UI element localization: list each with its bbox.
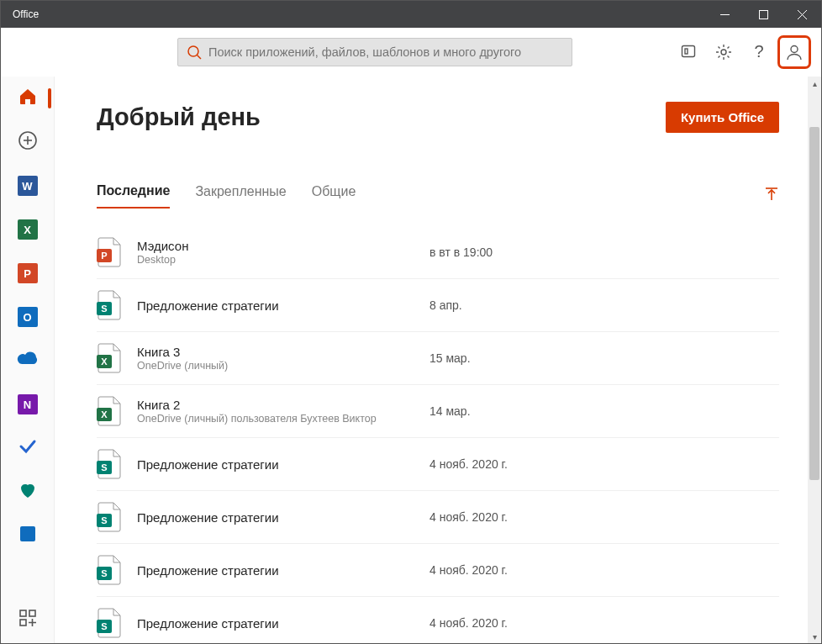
file-row[interactable]: S Предложение стратегии 4 нояб. 2020 г. — [97, 597, 779, 643]
greeting: Добрый день — [97, 103, 261, 131]
excel-file-icon: X — [97, 343, 122, 373]
svg-text:P: P — [101, 251, 107, 261]
sway-file-icon: S — [97, 608, 122, 638]
scrollbar[interactable]: ▴ ▾ — [808, 77, 821, 643]
powerpoint-icon: P — [18, 263, 38, 283]
sidebar-item-family[interactable] — [11, 475, 45, 509]
sidebar-item-excel[interactable]: X — [11, 213, 45, 246]
file-list: P Мэдисон Desktop в вт в 19:00 S Предлож… — [97, 226, 779, 643]
sidebar-item-new[interactable] — [11, 125, 45, 159]
sidebar-item-more[interactable] — [11, 519, 45, 552]
scroll-down-arrow-icon[interactable]: ▾ — [808, 630, 821, 643]
search-input[interactable] — [208, 45, 563, 59]
file-name: Предложение стратегии — [137, 616, 414, 631]
arrow-up-icon — [764, 187, 779, 202]
svg-rect-13 — [20, 526, 35, 541]
svg-rect-7 — [685, 49, 688, 54]
svg-line-5 — [198, 55, 202, 59]
file-date: 4 нояб. 2020 г. — [429, 510, 508, 524]
file-name: Книга 3 — [137, 345, 414, 359]
more-icon — [18, 524, 38, 547]
maximize-icon — [759, 10, 768, 19]
file-row[interactable]: S Предложение стратегии 8 апр. — [97, 279, 779, 332]
tab-pinned[interactable]: Закрепленные — [195, 184, 286, 208]
svg-text:S: S — [101, 462, 107, 472]
file-row[interactable]: S Предложение стратегии 4 нояб. 2020 г. — [97, 491, 779, 544]
family-icon — [18, 480, 38, 504]
settings-button[interactable] — [707, 35, 740, 69]
file-location: Desktop — [137, 254, 414, 266]
file-row[interactable]: P Мэдисон Desktop в вт в 19:00 — [97, 226, 779, 279]
file-name: Мэдисон — [137, 239, 414, 253]
sidebar-item-outlook[interactable]: O — [11, 300, 45, 334]
file-name: Предложение стратегии — [137, 510, 414, 525]
svg-text:S: S — [101, 621, 107, 631]
search-icon — [187, 45, 202, 60]
svg-text:S: S — [101, 304, 107, 314]
minimize-button[interactable] — [705, 1, 744, 28]
sway-file-icon: S — [97, 290, 122, 320]
file-location: OneDrive (личный) — [137, 360, 414, 372]
scroll-up-arrow-icon[interactable]: ▴ — [808, 77, 821, 90]
tab-shared[interactable]: Общие — [312, 184, 356, 208]
tabs: Последние Закрепленные Общие — [97, 183, 779, 209]
window-title: Office — [13, 8, 39, 20]
file-info: Книга 3 OneDrive (личный) — [137, 345, 414, 372]
sidebar-item-todo[interactable] — [11, 431, 45, 465]
svg-text:S: S — [101, 568, 107, 578]
account-button[interactable] — [777, 35, 811, 69]
titlebar: Office — [1, 1, 821, 28]
file-date: 14 мар. — [429, 404, 471, 418]
search-box[interactable] — [177, 38, 572, 66]
person-icon — [785, 43, 804, 61]
excel-icon: X — [18, 219, 38, 240]
file-info: Мэдисон Desktop — [137, 239, 414, 266]
sidebar-item-onedrive[interactable] — [11, 344, 45, 377]
file-row[interactable]: X Книга 2 OneDrive (личный) пользователя… — [97, 385, 779, 438]
sway-file-icon: S — [97, 555, 122, 585]
apps-grid-icon — [18, 609, 37, 627]
body: WXPON Добрый день Купить Office Последни… — [1, 77, 821, 643]
svg-text:X: X — [101, 356, 108, 367]
home-icon — [18, 87, 38, 110]
sidebar-all-apps[interactable] — [11, 601, 45, 635]
tab-recent[interactable]: Последние — [97, 183, 170, 209]
sidebar-item-word[interactable]: W — [11, 169, 45, 203]
outlook-icon: O — [18, 307, 38, 327]
help-button[interactable]: ? — [742, 35, 776, 69]
close-icon — [798, 10, 807, 19]
sidebar-item-home[interactable] — [11, 82, 45, 115]
powerpoint-file-icon: P — [97, 237, 122, 267]
file-name: Книга 2 — [137, 398, 414, 412]
file-location: OneDrive (личный) пользователя Бухтеев В… — [137, 413, 414, 425]
minimize-icon — [720, 10, 730, 19]
svg-rect-16 — [20, 620, 26, 626]
word-icon: W — [18, 176, 38, 196]
file-date: 4 нояб. 2020 г. — [429, 616, 508, 630]
file-row[interactable]: X Книга 3 OneDrive (личный) 15 мар. — [97, 332, 779, 385]
sidebar-item-onenote[interactable]: N — [11, 388, 45, 421]
close-button[interactable] — [782, 1, 821, 28]
excel-file-icon: X — [97, 396, 122, 426]
svg-rect-14 — [20, 610, 26, 616]
svg-text:X: X — [101, 409, 108, 420]
svg-rect-1 — [759, 10, 767, 18]
main: Добрый день Купить Office Последние Закр… — [55, 77, 821, 643]
file-name: Предложение стратегии — [137, 298, 414, 313]
svg-text:S: S — [101, 515, 107, 525]
file-row[interactable]: S Предложение стратегии 4 нояб. 2020 г. — [97, 438, 779, 491]
sidebar-item-powerpoint[interactable]: P — [11, 256, 45, 290]
question-icon: ? — [754, 42, 763, 61]
file-info: Предложение стратегии — [137, 563, 414, 578]
svg-rect-6 — [682, 45, 695, 56]
sidebar: WXPON — [1, 77, 55, 643]
office-window: Office — [0, 0, 822, 644]
onedrive-icon — [17, 349, 39, 372]
scroll-top-button[interactable] — [764, 187, 779, 205]
scrollbar-thumb[interactable] — [809, 127, 819, 480]
maximize-button[interactable] — [744, 1, 782, 28]
buy-office-button[interactable]: Купить Office — [666, 102, 779, 133]
file-info: Предложение стратегии — [137, 616, 414, 631]
premium-button[interactable] — [672, 35, 705, 69]
file-row[interactable]: S Предложение стратегии 4 нояб. 2020 г. — [97, 544, 779, 597]
